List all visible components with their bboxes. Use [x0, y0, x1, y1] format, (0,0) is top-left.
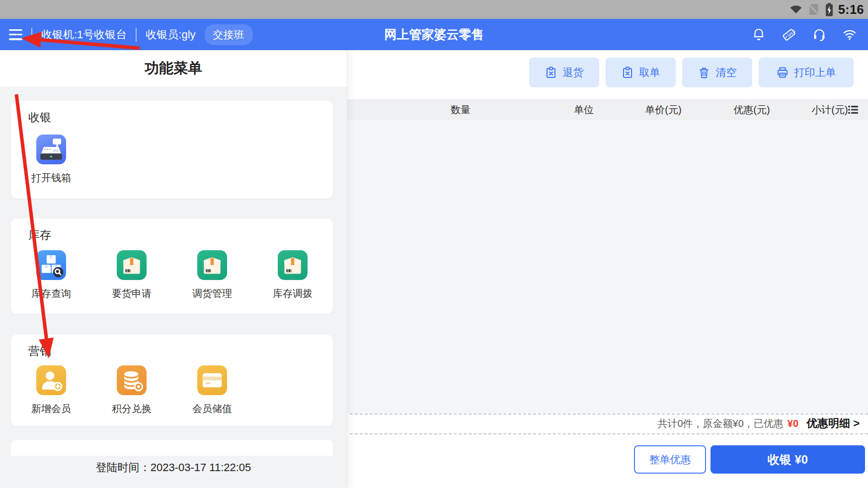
sale-panel: 退货 取单 清空	[347, 50, 868, 488]
menu-item-label: 调货管理	[181, 287, 243, 300]
no-sim-icon	[807, 2, 820, 16]
order-summary-row: 共计0件，原金额¥0，已优惠 ¥0 优惠明细 >	[347, 414, 868, 433]
clipboard-x-icon	[545, 67, 557, 78]
menu-item-points-exchange[interactable]: 积分兑换	[101, 365, 162, 416]
menu-item-member-stored-value[interactable]: 会员储值	[181, 365, 243, 416]
menu-item-open-cash-drawer[interactable]: 打开钱箱	[20, 135, 82, 185]
section-card-cashier: 收银 打开钱箱	[11, 101, 333, 199]
cart-empty-area	[347, 120, 868, 414]
register-label: 收银机:1号收银台	[41, 27, 127, 42]
section-card-marketing: 营销 新增会员	[11, 335, 333, 426]
wifi-icon[interactable]	[842, 27, 857, 42]
status-time: 5:16	[838, 2, 864, 17]
cash-register-icon	[36, 135, 66, 164]
summary-discount-value: ¥0	[788, 418, 798, 429]
section-title: 营销	[28, 344, 51, 359]
goods-box-icon	[278, 250, 308, 280]
menu-item-label: 新增会员	[20, 402, 82, 416]
shift-change-button[interactable]: 交接班	[205, 24, 253, 45]
summary-text: 共计0件，原金额¥0，已优惠	[657, 417, 783, 430]
menu-item-inventory-allocation[interactable]: 库存调拨	[262, 250, 323, 300]
section-title: 库存	[28, 227, 51, 243]
menu-item-goods-request[interactable]: 要货申请	[101, 250, 162, 300]
section-card-inventory: 库存 库存查询	[11, 218, 333, 314]
add-member-icon	[36, 365, 66, 395]
checkout-button[interactable]: 收银 ¥0	[710, 445, 865, 474]
section-title: 收银	[28, 110, 51, 125]
login-time-label: 登陆时间：2023-03-17 11:22:05	[96, 460, 251, 488]
android-status-bar: 5:16	[0, 0, 868, 19]
pos-app-screen: 5:16 网上管家婆云零售 收银机:1号收银台 收银员:gly 交接班 SA	[0, 0, 868, 488]
retrieve-order-button[interactable]: 取单	[606, 58, 676, 87]
sale-toolbar: 退货 取单 清空	[529, 58, 854, 87]
button-label: 取单	[639, 66, 660, 79]
menu-item-inventory-search[interactable]: 库存查询	[20, 250, 82, 300]
cart-table-header: 数量 单位 单价(元) 优惠(元) 小计(元)	[347, 99, 868, 121]
divider	[31, 28, 32, 42]
bell-icon[interactable]	[751, 27, 766, 42]
hamburger-menu-icon[interactable]	[9, 29, 22, 40]
battery-charging-icon	[825, 2, 834, 17]
goods-box-icon	[197, 250, 227, 280]
menu-item-label: 会员储值	[181, 402, 243, 416]
drawer-footer: 登陆时间：2023-03-17 11:22:05	[0, 456, 347, 488]
trash-icon	[698, 67, 710, 78]
printer-icon	[777, 67, 789, 78]
button-label: 退货	[563, 66, 584, 79]
button-label: 打印上单	[794, 66, 836, 79]
print-last-order-button[interactable]: 打印上单	[759, 58, 854, 87]
member-card-icon	[197, 365, 227, 395]
clipboard-x-icon	[622, 67, 633, 78]
drawer-title: 功能菜单	[0, 50, 347, 87]
col-unit: 单位	[574, 99, 594, 120]
goods-box-icon	[117, 250, 147, 280]
wifi-status-icon	[789, 3, 803, 16]
return-goods-button[interactable]: 退货	[529, 58, 599, 87]
sale-tag-icon[interactable]: SALE	[782, 27, 796, 42]
list-icon[interactable]	[847, 104, 859, 116]
menu-item-label: 库存查询	[20, 287, 82, 300]
col-discount: 优惠(元)	[733, 99, 770, 120]
discount-detail-link[interactable]: 优惠明细 >	[806, 416, 860, 431]
menu-item-label: 积分兑换	[101, 402, 162, 416]
menu-item-transfer-management[interactable]: 调货管理	[181, 250, 243, 300]
inventory-search-icon	[36, 250, 66, 280]
menu-item-label: 要货申请	[101, 287, 162, 300]
whole-order-discount-button[interactable]: 整单优惠	[634, 445, 706, 474]
divider	[136, 28, 137, 42]
col-quantity: 数量	[451, 99, 471, 120]
section-card-partial	[11, 440, 333, 456]
menu-item-add-member[interactable]: 新增会员	[20, 365, 82, 416]
col-unit-price: 单价(元)	[645, 99, 681, 120]
function-menu-drawer: 功能菜单 收银 打开钱箱	[0, 50, 347, 488]
button-label: 清空	[716, 66, 737, 79]
app-header-bar: 网上管家婆云零售 收银机:1号收银台 收银员:gly 交接班 SALE	[0, 19, 868, 50]
cashier-label: 收银员:gly	[146, 27, 195, 42]
dashed-divider	[350, 433, 868, 434]
headset-icon[interactable]	[812, 27, 827, 42]
menu-item-label: 打开钱箱	[20, 171, 82, 185]
col-subtotal: 小计(元)	[811, 99, 848, 120]
menu-item-label: 库存调拨	[262, 287, 323, 300]
points-coins-icon	[117, 365, 147, 395]
clear-cart-button[interactable]: 清空	[682, 58, 752, 87]
